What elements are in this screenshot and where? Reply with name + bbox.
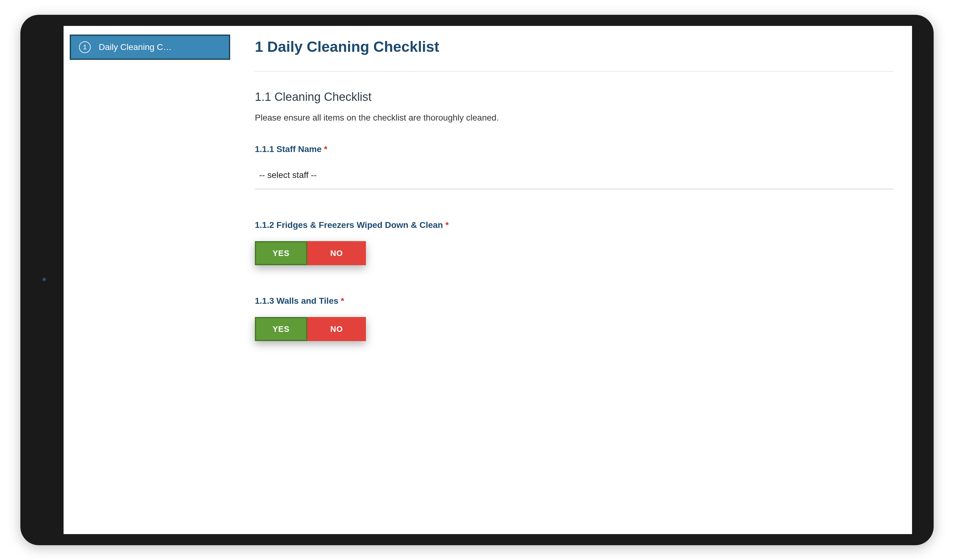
field-label-text: 1.1.1 Staff Name: [255, 144, 321, 154]
yes-button-label: YES: [273, 324, 289, 334]
device-camera-icon: [42, 277, 48, 283]
no-button-label: NO: [330, 249, 343, 258]
field-fridges-freezers: 1.1.2 Fridges & Freezers Wiped Down & Cl…: [255, 220, 893, 265]
required-mark: *: [324, 144, 327, 154]
main-content: 1 Daily Cleaning Checklist 1.1 Cleaning …: [230, 26, 912, 534]
app-screen: 1 Daily Cleaning C… 1 Daily Cleaning Che…: [64, 26, 912, 534]
no-button-label: NO: [330, 324, 343, 334]
field-label-walls: 1.1.3 Walls and Tiles *: [255, 296, 893, 306]
tablet-device-frame: 1 Daily Cleaning C… 1 Daily Cleaning Che…: [20, 15, 934, 545]
field-label-staff-name: 1.1.1 Staff Name *: [255, 144, 893, 154]
yes-button[interactable]: YES: [255, 241, 307, 265]
yes-button-label: YES: [273, 249, 289, 258]
field-label-text: 1.1.2 Fridges & Freezers Wiped Down & Cl…: [255, 220, 443, 230]
staff-select[interactable]: -- select staff --: [255, 165, 893, 189]
yesno-group-fridges: YES NO: [255, 241, 893, 265]
section-title: 1.1 Cleaning Checklist: [255, 90, 893, 104]
field-staff-name: 1.1.1 Staff Name * -- select staff --: [255, 144, 893, 189]
field-walls-tiles: 1.1.3 Walls and Tiles * YES NO: [255, 296, 893, 341]
sidebar-item-number-badge: 1: [79, 41, 91, 53]
sidebar-item-daily-cleaning[interactable]: 1 Daily Cleaning C…: [70, 34, 230, 60]
sidebar-item-label: Daily Cleaning C…: [99, 42, 172, 52]
required-mark: *: [445, 220, 449, 230]
no-button[interactable]: NO: [307, 241, 366, 265]
page-title: 1 Daily Cleaning Checklist: [255, 38, 893, 72]
staff-select-placeholder: -- select staff --: [259, 170, 316, 180]
yes-button[interactable]: YES: [255, 317, 307, 341]
sidebar-item-number: 1: [83, 43, 87, 51]
yesno-group-walls: YES NO: [255, 317, 893, 341]
section-description: Please ensure all items on the checklist…: [255, 113, 893, 123]
field-label-text: 1.1.3 Walls and Tiles: [255, 296, 338, 306]
sidebar: 1 Daily Cleaning C…: [64, 26, 230, 534]
field-label-fridges: 1.1.2 Fridges & Freezers Wiped Down & Cl…: [255, 220, 893, 230]
required-mark: *: [341, 296, 344, 306]
no-button[interactable]: NO: [307, 317, 366, 341]
